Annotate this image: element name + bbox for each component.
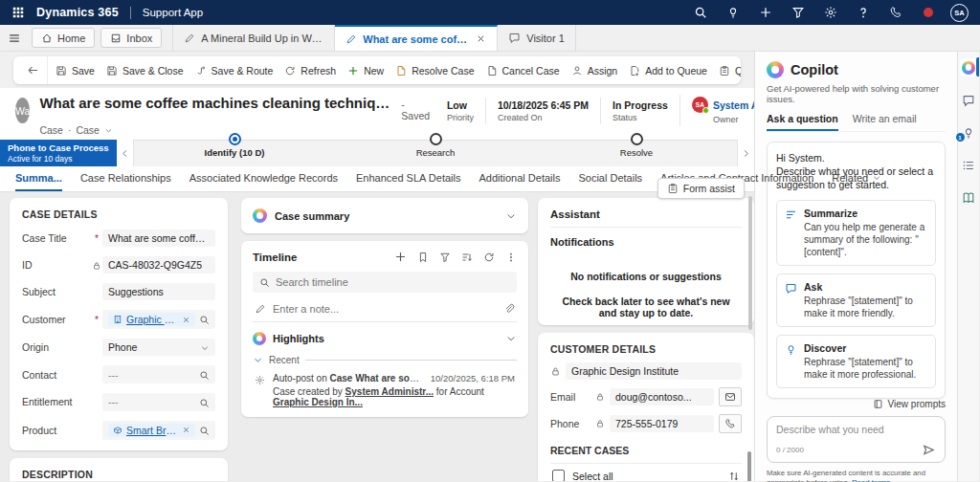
rail-teams-chat-button[interactable]: [960, 91, 978, 109]
account-record-link[interactable]: Graphic Design In...: [273, 397, 363, 407]
form-scrollbar-thumb[interactable]: [748, 196, 752, 330]
stage-research[interactable]: Research: [335, 141, 536, 166]
copilot-input-box[interactable]: 0 / 2000: [767, 416, 946, 463]
note-composer[interactable]: [253, 301, 517, 322]
save-close-button[interactable]: Save & Close: [100, 56, 189, 84]
lookup-search-icon[interactable]: [199, 368, 210, 381]
chevron-down-icon[interactable]: [104, 126, 113, 135]
call-phone-button[interactable]: [719, 414, 742, 433]
session-tab-coffee-active[interactable]: What are some coffee mac...: [335, 25, 498, 51]
copilot-prompt-input[interactable]: [776, 424, 936, 435]
session-tab-mineral[interactable]: A Mineral Build Up in Water Su...: [172, 25, 335, 51]
brand-title[interactable]: Dynamics 365: [36, 6, 119, 19]
user-record-link[interactable]: System Administr...: [345, 386, 434, 397]
origin-dropdown[interactable]: Phone: [102, 339, 215, 356]
suggestion-summarize[interactable]: Summarize Can you help me generate a sum…: [776, 200, 936, 266]
save-route-button[interactable]: Save & Route: [189, 56, 279, 84]
form-assist-button[interactable]: Form assist: [657, 178, 745, 199]
customer-lookup[interactable]: Graphic Design I...: [102, 310, 215, 329]
product-record-pill[interactable]: Smart Brew 300: [108, 424, 195, 437]
new-button[interactable]: New: [342, 56, 390, 84]
rail-agent-scripts-button[interactable]: [960, 156, 978, 174]
remove-value-icon[interactable]: [182, 426, 190, 434]
read-terms-link[interactable]: Read terms: [852, 478, 890, 482]
timeline-search[interactable]: [253, 272, 517, 293]
rail-suggestions-button[interactable]: 1: [960, 123, 978, 142]
customer-record-link[interactable]: Graphic Design I...: [126, 314, 178, 325]
queue-item-details-button[interactable]: Queue Item Details: [713, 56, 741, 84]
case-title-input[interactable]: What are some coffee ma...: [102, 230, 215, 247]
stage-identify[interactable]: Identify (10 D): [134, 141, 335, 166]
waffle-icon[interactable]: [11, 6, 25, 19]
tab-related[interactable]: Related: [832, 172, 881, 191]
resolve-case-button[interactable]: Resolve Case: [390, 56, 479, 84]
suggestion-discover[interactable]: Discover Rephrase "[statement]" to make …: [776, 335, 936, 388]
rail-knowledge-search-button[interactable]: [960, 188, 978, 207]
product-record-link[interactable]: Smart Brew 300: [126, 425, 178, 436]
collapse-chevron-icon[interactable]: [253, 355, 263, 365]
tab-social-details[interactable]: Social Details: [578, 172, 642, 191]
phone-value[interactable]: 725-555-0179: [610, 415, 714, 432]
attach-paperclip-icon[interactable]: [503, 303, 515, 315]
tab-additional-details[interactable]: Additional Details: [479, 172, 560, 191]
sort-updown-icon[interactable]: [728, 471, 740, 482]
add-record-icon[interactable]: [394, 251, 407, 263]
cancel-case-button[interactable]: Cancel Case: [480, 56, 566, 84]
remove-value-icon[interactable]: [182, 316, 190, 324]
view-prompts-button[interactable]: View prompts: [767, 399, 946, 409]
rail-copilot-button[interactable]: [960, 58, 978, 77]
stage-scroll-left-button[interactable]: [117, 140, 134, 166]
add-to-queue-button[interactable]: Add to Queue: [623, 56, 713, 84]
filter-icon[interactable]: [439, 252, 451, 263]
stage-scroll-right-button[interactable]: [737, 140, 754, 166]
email-value[interactable]: doug@contoso...: [610, 388, 714, 405]
lookup-search-icon[interactable]: [199, 424, 210, 436]
tab-case-relationships[interactable]: Case Relationships: [80, 172, 171, 191]
timeline-search-input[interactable]: [276, 276, 510, 288]
hamburger-menu-icon[interactable]: [0, 25, 29, 51]
suggestion-ask[interactable]: Ask Rephrase "[statement]" to make it mo…: [776, 274, 936, 327]
more-vertical-icon[interactable]: [505, 252, 517, 263]
subject-input[interactable]: Suggestions: [102, 283, 215, 300]
home-button[interactable]: Home: [32, 28, 95, 48]
form-selector[interactable]: Case: [76, 124, 100, 136]
session-tab-visitor[interactable]: Visitor 1: [498, 25, 576, 51]
product-lookup[interactable]: Smart Brew 300: [102, 421, 215, 440]
settings-gear-icon[interactable]: [820, 2, 841, 23]
presence-status-dot[interactable]: [918, 2, 939, 23]
customer-record-pill[interactable]: Graphic Design I...: [108, 313, 195, 326]
lightbulb-icon[interactable]: [723, 2, 744, 23]
contact-lookup[interactable]: ---: [102, 365, 215, 383]
send-email-button[interactable]: [719, 387, 742, 406]
tab-summary[interactable]: Summa...: [15, 172, 62, 191]
expand-chevron-icon[interactable]: [505, 333, 517, 344]
save-button[interactable]: Save: [50, 56, 100, 84]
tab-write-an-email[interactable]: Write an email: [853, 113, 917, 131]
inbox-button[interactable]: Inbox: [100, 28, 162, 48]
bookmark-icon[interactable]: [417, 252, 429, 263]
lookup-search-icon[interactable]: [199, 314, 210, 326]
note-input[interactable]: [273, 303, 497, 315]
timeline-entry[interactable]: Auto-post on Case What are some coffee m…: [253, 373, 517, 407]
tab-associated-knowledge-records[interactable]: Associated Knowledge Records: [189, 172, 338, 191]
search-icon[interactable]: [690, 2, 711, 23]
tab-ask-a-question[interactable]: Ask a question: [767, 113, 838, 131]
help-icon[interactable]: [853, 2, 874, 23]
stage-resolve[interactable]: Resolve: [536, 141, 737, 166]
phone-dialer-icon[interactable]: [885, 2, 906, 23]
expand-chevron-icon[interactable]: [505, 210, 517, 222]
lookup-search-icon[interactable]: [199, 396, 210, 408]
filter-icon[interactable]: [788, 2, 809, 23]
entitlement-lookup[interactable]: ---: [102, 393, 215, 411]
app-name[interactable]: Support App: [143, 7, 203, 18]
account-name-field[interactable]: Graphic Design Institute: [566, 362, 742, 380]
user-avatar[interactable]: SA: [950, 4, 969, 22]
close-tab-icon[interactable]: [476, 33, 486, 44]
assign-button[interactable]: Assign: [566, 56, 624, 84]
select-all-checkbox[interactable]: [552, 470, 565, 481]
back-button[interactable]: [19, 56, 48, 84]
send-icon[interactable]: [922, 443, 936, 457]
tab-enhanced-sla-details[interactable]: Enhanced SLA Details: [356, 172, 460, 191]
refresh-icon[interactable]: [483, 252, 495, 263]
add-icon[interactable]: [755, 2, 776, 23]
